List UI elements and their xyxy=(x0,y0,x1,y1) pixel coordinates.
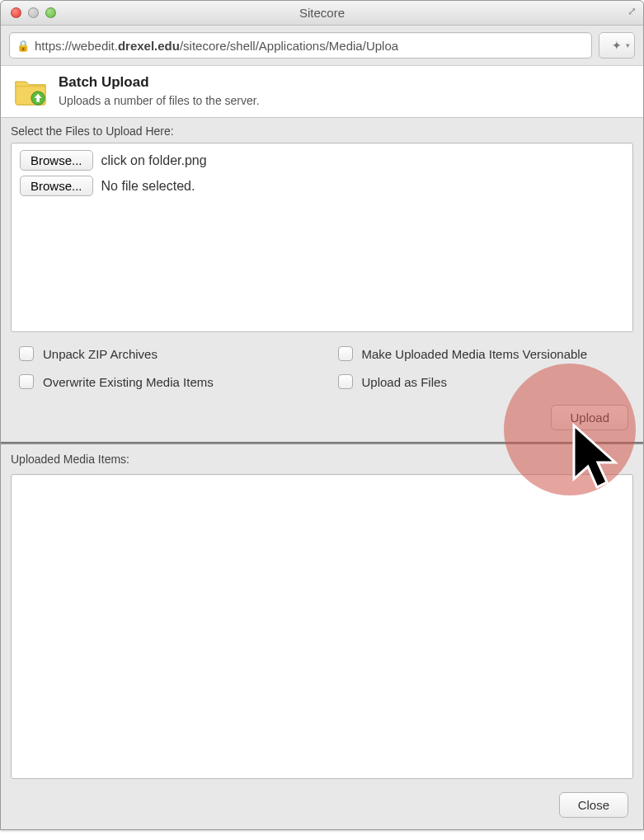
titlebar[interactable]: Sitecore ⤢ xyxy=(1,1,643,26)
close-button[interactable]: Close xyxy=(559,792,628,818)
checkbox-input[interactable] xyxy=(19,346,34,361)
upload-action-row: Upload xyxy=(1,400,643,442)
page-header: Batch Upload Uploads a number of files t… xyxy=(1,66,643,118)
page-title: Batch Upload xyxy=(59,74,260,91)
address-bar: 🔒 https://webedit.drexel.edu/sitecore/sh… xyxy=(1,26,643,66)
checkbox-label: Make Uploaded Media Items Versionable xyxy=(362,347,588,361)
lock-icon: 🔒 xyxy=(16,40,30,52)
url-domain: drexel.edu xyxy=(118,39,180,53)
checkbox-input[interactable] xyxy=(338,374,353,389)
overwrite-checkbox[interactable]: Overwrite Existing Media Items xyxy=(16,372,310,392)
close-action-row: Close xyxy=(1,779,643,829)
url-subdomain: webedit. xyxy=(72,39,118,53)
file-row: Browse... No file selected. xyxy=(20,176,624,196)
batch-upload-folder-icon xyxy=(12,74,49,107)
upload-as-files-checkbox[interactable]: Upload as Files xyxy=(335,372,629,392)
url-path: /sitecore/shell/Applications/Media/Uploa xyxy=(180,39,398,53)
page-subtitle: Uploads a number of files to the server. xyxy=(59,94,260,107)
upload-options: Unpack ZIP Archives Make Uploaded Media … xyxy=(1,332,643,400)
versionable-checkbox[interactable]: Make Uploaded Media Items Versionable xyxy=(335,344,629,364)
browse-button[interactable]: Browse... xyxy=(20,150,93,171)
checkbox-label: Unpack ZIP Archives xyxy=(43,347,157,361)
checkbox-input[interactable] xyxy=(338,346,353,361)
select-files-label: Select the Files to Upload Here: xyxy=(1,118,643,143)
expand-icon[interactable]: ⤢ xyxy=(628,5,637,17)
reader-dropdown-button[interactable]: ✦ xyxy=(599,32,635,59)
window-title: Sitecore xyxy=(1,6,643,20)
reader-icon: ✦ xyxy=(612,39,622,52)
unpack-zip-checkbox[interactable]: Unpack ZIP Archives xyxy=(16,344,310,364)
uploaded-items-area xyxy=(11,474,633,779)
file-row: Browse... click on folder.png xyxy=(20,150,624,171)
checkbox-label: Overwrite Existing Media Items xyxy=(43,375,214,389)
checkbox-input[interactable] xyxy=(19,374,34,389)
app-window: Sitecore ⤢ 🔒 https://webedit.drexel.edu/… xyxy=(0,0,644,830)
file-name-text: click on folder.png xyxy=(101,153,207,168)
uploaded-items-label: Uploaded Media Items: xyxy=(1,444,643,471)
file-name-text: No file selected. xyxy=(101,179,195,194)
url-field[interactable]: 🔒 https://webedit.drexel.edu/sitecore/sh… xyxy=(9,32,592,59)
file-picker-area: Browse... click on folder.png Browse... … xyxy=(11,143,633,332)
upload-button[interactable]: Upload xyxy=(551,405,628,430)
browse-button[interactable]: Browse... xyxy=(20,176,93,196)
url-scheme: https:// xyxy=(35,39,72,53)
checkbox-label: Upload as Files xyxy=(362,375,447,389)
